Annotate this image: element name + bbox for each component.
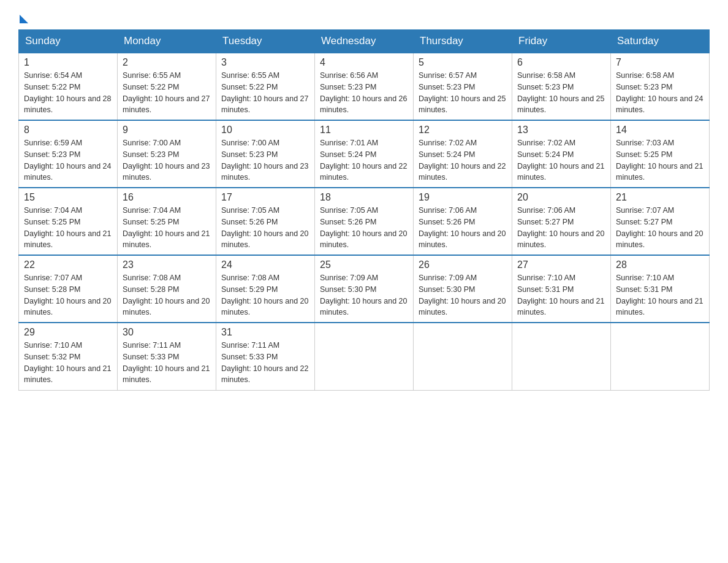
day-info: Sunrise: 7:07 AMSunset: 5:28 PMDaylight:… <box>24 274 111 316</box>
header-sunday: Sunday <box>19 30 118 53</box>
day-info: Sunrise: 7:11 AMSunset: 5:33 PMDaylight:… <box>221 341 308 384</box>
day-info: Sunrise: 7:04 AMSunset: 5:25 PMDaylight:… <box>24 206 111 249</box>
day-info: Sunrise: 6:54 AMSunset: 5:22 PMDaylight:… <box>24 71 111 114</box>
page-header <box>18 12 710 23</box>
day-number: 1 <box>24 57 112 68</box>
calendar-cell: 30 Sunrise: 7:11 AMSunset: 5:33 PMDaylig… <box>118 323 216 390</box>
calendar-cell: 13 Sunrise: 7:02 AMSunset: 5:24 PMDaylig… <box>512 120 611 188</box>
calendar-cell: 11 Sunrise: 7:01 AMSunset: 5:24 PMDaylig… <box>315 120 414 188</box>
calendar-cell: 28 Sunrise: 7:10 AMSunset: 5:31 PMDaylig… <box>611 255 710 323</box>
day-info: Sunrise: 7:10 AMSunset: 5:32 PMDaylight:… <box>24 341 111 384</box>
day-info: Sunrise: 6:59 AMSunset: 5:23 PMDaylight:… <box>24 139 111 182</box>
calendar-cell: 9 Sunrise: 7:00 AMSunset: 5:23 PMDayligh… <box>118 120 216 188</box>
calendar-cell: 10 Sunrise: 7:00 AMSunset: 5:23 PMDaylig… <box>216 120 315 188</box>
calendar-header-row: SundayMondayTuesdayWednesdayThursdayFrid… <box>19 30 710 53</box>
day-info: Sunrise: 6:57 AMSunset: 5:23 PMDaylight:… <box>419 71 506 114</box>
calendar-cell: 8 Sunrise: 6:59 AMSunset: 5:23 PMDayligh… <box>19 120 118 188</box>
calendar-week-row: 29 Sunrise: 7:10 AMSunset: 5:32 PMDaylig… <box>19 323 710 390</box>
day-number: 20 <box>517 192 605 203</box>
calendar-cell: 18 Sunrise: 7:05 AMSunset: 5:26 PMDaylig… <box>315 188 414 255</box>
day-number: 13 <box>517 124 605 136</box>
calendar-cell: 31 Sunrise: 7:11 AMSunset: 5:33 PMDaylig… <box>216 323 315 390</box>
day-info: Sunrise: 7:11 AMSunset: 5:33 PMDaylight:… <box>123 341 210 384</box>
day-info: Sunrise: 7:03 AMSunset: 5:25 PMDaylight:… <box>616 139 703 182</box>
calendar-cell: 3 Sunrise: 6:55 AMSunset: 5:22 PMDayligh… <box>216 53 315 120</box>
day-info: Sunrise: 7:01 AMSunset: 5:24 PMDaylight:… <box>320 139 407 182</box>
day-number: 15 <box>24 192 112 203</box>
day-info: Sunrise: 7:00 AMSunset: 5:23 PMDaylight:… <box>123 139 210 182</box>
day-info: Sunrise: 7:00 AMSunset: 5:23 PMDaylight:… <box>221 139 308 182</box>
calendar-cell <box>315 323 414 390</box>
calendar-cell <box>512 323 611 390</box>
day-number: 6 <box>517 57 605 68</box>
day-info: Sunrise: 6:58 AMSunset: 5:23 PMDaylight:… <box>616 71 703 114</box>
calendar-cell: 7 Sunrise: 6:58 AMSunset: 5:23 PMDayligh… <box>611 53 710 120</box>
day-number: 14 <box>616 124 704 136</box>
logo <box>18 12 28 23</box>
day-number: 21 <box>616 192 704 203</box>
calendar-table: SundayMondayTuesdayWednesdayThursdayFrid… <box>18 29 710 391</box>
calendar-cell: 14 Sunrise: 7:03 AMSunset: 5:25 PMDaylig… <box>611 120 710 188</box>
calendar-week-row: 1 Sunrise: 6:54 AMSunset: 5:22 PMDayligh… <box>19 53 710 120</box>
day-info: Sunrise: 7:08 AMSunset: 5:28 PMDaylight:… <box>123 274 210 316</box>
day-number: 9 <box>123 124 211 136</box>
day-info: Sunrise: 6:55 AMSunset: 5:22 PMDaylight:… <box>123 71 210 114</box>
day-number: 18 <box>320 192 408 203</box>
header-saturday: Saturday <box>611 30 710 53</box>
day-number: 23 <box>123 259 211 270</box>
calendar-week-row: 22 Sunrise: 7:07 AMSunset: 5:28 PMDaylig… <box>19 255 710 323</box>
calendar-cell: 22 Sunrise: 7:07 AMSunset: 5:28 PMDaylig… <box>19 255 118 323</box>
calendar-cell: 4 Sunrise: 6:56 AMSunset: 5:23 PMDayligh… <box>315 53 414 120</box>
header-monday: Monday <box>118 30 216 53</box>
day-info: Sunrise: 7:05 AMSunset: 5:26 PMDaylight:… <box>320 206 407 249</box>
calendar-cell: 21 Sunrise: 7:07 AMSunset: 5:27 PMDaylig… <box>611 188 710 255</box>
day-number: 28 <box>616 259 704 270</box>
day-info: Sunrise: 7:10 AMSunset: 5:31 PMDaylight:… <box>517 274 604 316</box>
header-thursday: Thursday <box>414 30 512 53</box>
day-info: Sunrise: 7:05 AMSunset: 5:26 PMDaylight:… <box>221 206 308 249</box>
calendar-cell: 26 Sunrise: 7:09 AMSunset: 5:30 PMDaylig… <box>414 255 512 323</box>
day-number: 2 <box>123 57 211 68</box>
calendar-cell: 25 Sunrise: 7:09 AMSunset: 5:30 PMDaylig… <box>315 255 414 323</box>
calendar-cell: 23 Sunrise: 7:08 AMSunset: 5:28 PMDaylig… <box>118 255 216 323</box>
day-info: Sunrise: 7:10 AMSunset: 5:31 PMDaylight:… <box>616 274 703 316</box>
day-number: 12 <box>419 124 507 136</box>
calendar-cell: 27 Sunrise: 7:10 AMSunset: 5:31 PMDaylig… <box>512 255 611 323</box>
calendar-cell: 6 Sunrise: 6:58 AMSunset: 5:23 PMDayligh… <box>512 53 611 120</box>
day-number: 3 <box>221 57 309 68</box>
day-number: 31 <box>221 327 309 338</box>
day-info: Sunrise: 7:06 AMSunset: 5:26 PMDaylight:… <box>419 206 506 249</box>
day-info: Sunrise: 7:02 AMSunset: 5:24 PMDaylight:… <box>419 139 506 182</box>
day-number: 7 <box>616 57 704 68</box>
day-info: Sunrise: 6:58 AMSunset: 5:23 PMDaylight:… <box>517 71 604 114</box>
calendar-cell: 24 Sunrise: 7:08 AMSunset: 5:29 PMDaylig… <box>216 255 315 323</box>
calendar-cell: 5 Sunrise: 6:57 AMSunset: 5:23 PMDayligh… <box>414 53 512 120</box>
calendar-cell: 29 Sunrise: 7:10 AMSunset: 5:32 PMDaylig… <box>19 323 118 390</box>
day-info: Sunrise: 7:08 AMSunset: 5:29 PMDaylight:… <box>221 274 308 316</box>
calendar-cell: 12 Sunrise: 7:02 AMSunset: 5:24 PMDaylig… <box>414 120 512 188</box>
day-info: Sunrise: 7:07 AMSunset: 5:27 PMDaylight:… <box>616 206 703 249</box>
header-tuesday: Tuesday <box>216 30 315 53</box>
day-number: 11 <box>320 124 408 136</box>
day-number: 25 <box>320 259 408 270</box>
day-info: Sunrise: 7:02 AMSunset: 5:24 PMDaylight:… <box>517 139 604 182</box>
day-number: 10 <box>221 124 309 136</box>
calendar-cell: 16 Sunrise: 7:04 AMSunset: 5:25 PMDaylig… <box>118 188 216 255</box>
header-friday: Friday <box>512 30 611 53</box>
calendar-cell: 17 Sunrise: 7:05 AMSunset: 5:26 PMDaylig… <box>216 188 315 255</box>
day-info: Sunrise: 6:56 AMSunset: 5:23 PMDaylight:… <box>320 71 407 114</box>
day-number: 30 <box>123 327 211 338</box>
calendar-cell <box>414 323 512 390</box>
day-number: 19 <box>419 192 507 203</box>
day-number: 16 <box>123 192 211 203</box>
calendar-cell: 2 Sunrise: 6:55 AMSunset: 5:22 PMDayligh… <box>118 53 216 120</box>
day-info: Sunrise: 6:55 AMSunset: 5:22 PMDaylight:… <box>221 71 308 114</box>
day-info: Sunrise: 7:09 AMSunset: 5:30 PMDaylight:… <box>419 274 506 316</box>
calendar-week-row: 8 Sunrise: 6:59 AMSunset: 5:23 PMDayligh… <box>19 120 710 188</box>
day-number: 4 <box>320 57 408 68</box>
day-number: 22 <box>24 259 112 270</box>
day-number: 8 <box>24 124 112 136</box>
calendar-cell: 19 Sunrise: 7:06 AMSunset: 5:26 PMDaylig… <box>414 188 512 255</box>
day-number: 5 <box>419 57 507 68</box>
calendar-cell: 1 Sunrise: 6:54 AMSunset: 5:22 PMDayligh… <box>19 53 118 120</box>
